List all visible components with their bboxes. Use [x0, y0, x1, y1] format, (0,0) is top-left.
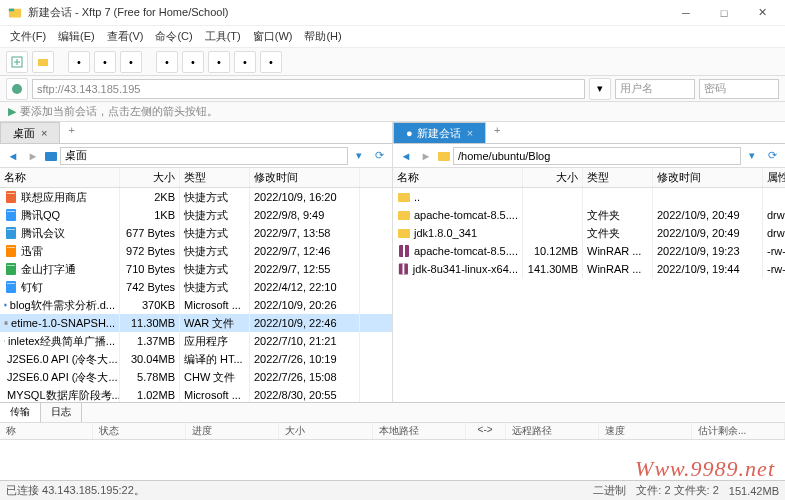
col-type[interactable]: 类型: [583, 168, 653, 187]
col-modified[interactable]: 修改时间: [653, 168, 763, 187]
refresh-icon[interactable]: ⟳: [370, 147, 388, 165]
th-local[interactable]: 本地路径: [373, 423, 466, 439]
toolbar-btn[interactable]: •: [234, 51, 256, 73]
file-type: WAR 文件: [180, 314, 250, 332]
close-icon[interactable]: ×: [467, 127, 473, 139]
file-row[interactable]: 钉钉742 Bytes快捷方式2022/4/12, 22:10: [0, 278, 392, 296]
file-row[interactable]: apache-tomcat-8.5....10.12MBWinRAR ...20…: [393, 242, 785, 260]
forward-icon[interactable]: ►: [24, 147, 42, 165]
dropdown-icon[interactable]: ▾: [589, 78, 611, 100]
col-type[interactable]: 类型: [180, 168, 250, 187]
statusbar: 已连接 43.143.185.195:22。 二进制 文件: 2 文件夹: 2 …: [0, 480, 785, 500]
toolbar-btn[interactable]: •: [260, 51, 282, 73]
file-row[interactable]: 联想应用商店2KB快捷方式2022/10/9, 16:20: [0, 188, 392, 206]
svg-rect-1: [9, 8, 14, 11]
file-modified: [653, 188, 763, 206]
dropdown-icon[interactable]: ▾: [350, 147, 368, 165]
password-input[interactable]: 密码: [699, 79, 779, 99]
toolbar-btn[interactable]: •: [208, 51, 230, 73]
tab-transfer[interactable]: 传输: [0, 403, 41, 422]
file-row[interactable]: 腾讯会议677 Bytes快捷方式2022/9/7, 13:58: [0, 224, 392, 242]
toolbar-btn[interactable]: •: [182, 51, 204, 73]
file-row[interactable]: J2SE6.0 API (冷冬大...5.78MBCHW 文件2022/7/26…: [0, 368, 392, 386]
close-icon[interactable]: ×: [41, 127, 47, 139]
menu-window[interactable]: 窗口(W): [249, 27, 297, 46]
col-size[interactable]: 大小: [120, 168, 180, 187]
file-name: apache-tomcat-8.5....: [414, 209, 518, 221]
svg-rect-41: [398, 229, 410, 238]
th-progress[interactable]: 进度: [186, 423, 279, 439]
dropdown-icon[interactable]: ▾: [743, 147, 761, 165]
toolbar-btn[interactable]: •: [156, 51, 178, 73]
menu-cmd[interactable]: 命令(C): [151, 27, 196, 46]
file-row[interactable]: jdk-8u341-linux-x64...141.30MBWinRAR ...…: [393, 260, 785, 278]
file-type: [583, 188, 653, 206]
forward-icon[interactable]: ►: [417, 147, 435, 165]
file-modified: 2022/9/8, 9:49: [250, 206, 360, 224]
file-modified: 2022/10/9, 19:44: [653, 260, 763, 278]
menu-view[interactable]: 查看(V): [103, 27, 148, 46]
refresh-icon[interactable]: ⟳: [763, 147, 781, 165]
th-eta[interactable]: 估计剩余...: [692, 423, 785, 439]
back-icon[interactable]: ◄: [4, 147, 22, 165]
open-button[interactable]: [32, 51, 54, 73]
file-row[interactable]: 金山打字通710 Bytes快捷方式2022/9/7, 12:55: [0, 260, 392, 278]
file-row[interactable]: 腾讯QQ1KB快捷方式2022/9/8, 9:49: [0, 206, 392, 224]
file-modified: 2022/10/9, 20:26: [250, 296, 360, 314]
protocol-icon[interactable]: [6, 78, 28, 100]
col-name[interactable]: 名称: [393, 168, 523, 187]
col-name[interactable]: 名称: [0, 168, 120, 187]
menu-help[interactable]: 帮助(H): [300, 27, 345, 46]
menu-file[interactable]: 文件(F): [6, 27, 50, 46]
file-row[interactable]: 迅雷972 Bytes快捷方式2022/9/7, 12:46: [0, 242, 392, 260]
new-session-button[interactable]: [6, 51, 28, 73]
file-row[interactable]: inletex经典简单广播...1.37MB应用程序2022/7/10, 21:…: [0, 332, 392, 350]
file-row[interactable]: J2SE6.0 API (冷冬大...30.04MB编译的 HT...2022/…: [0, 350, 392, 368]
col-attr[interactable]: 属性: [763, 168, 785, 187]
local-path[interactable]: 桌面: [60, 147, 348, 165]
file-row[interactable]: blog软件需求分析.d...370KBMicrosoft ...2022/10…: [0, 296, 392, 314]
file-type: 快捷方式: [180, 188, 250, 206]
th-size[interactable]: 大小: [279, 423, 372, 439]
toolbar-btn[interactable]: •: [120, 51, 142, 73]
window-title: 新建会话 - Xftp 7 (Free for Home/School): [28, 5, 671, 20]
th-name[interactable]: 称: [0, 423, 93, 439]
col-modified[interactable]: 修改时间: [250, 168, 360, 187]
file-type: 快捷方式: [180, 260, 250, 278]
menu-tool[interactable]: 工具(T): [201, 27, 245, 46]
minimize-button[interactable]: ─: [671, 3, 701, 23]
file-name: 钉钉: [21, 280, 43, 295]
back-icon[interactable]: ◄: [397, 147, 415, 165]
username-input[interactable]: 用户名: [615, 79, 695, 99]
remote-path[interactable]: /home/ubuntu/Blog: [453, 147, 741, 165]
address-input[interactable]: sftp://43.143.185.195: [32, 79, 585, 99]
file-row[interactable]: MYSQL数据库阶段考...1.02MBMicrosoft ...2022/8/…: [0, 386, 392, 402]
toolbar-btn[interactable]: •: [68, 51, 90, 73]
menu-edit[interactable]: 编辑(E): [54, 27, 99, 46]
file-row[interactable]: jdk1.8.0_341文件夹2022/10/9, 20:49drwx: [393, 224, 785, 242]
new-tab-button[interactable]: +: [62, 122, 80, 143]
new-tab-button[interactable]: +: [488, 122, 506, 143]
file-row[interactable]: etime-1.0-SNAPSH...11.30MBWAR 文件2022/10/…: [0, 314, 392, 332]
local-tab[interactable]: 桌面×: [0, 122, 60, 143]
menubar: 文件(F) 编辑(E) 查看(V) 命令(C) 工具(T) 窗口(W) 帮助(H…: [0, 26, 785, 48]
file-type: 快捷方式: [180, 278, 250, 296]
close-button[interactable]: ✕: [747, 3, 777, 23]
file-size: 5.78MB: [120, 368, 180, 386]
col-size[interactable]: 大小: [523, 168, 583, 187]
file-modified: 2022/10/9, 16:20: [250, 188, 360, 206]
th-speed[interactable]: 速度: [599, 423, 692, 439]
file-modified: 2022/7/10, 21:21: [250, 332, 360, 350]
remote-tab[interactable]: ●新建会话×: [393, 122, 486, 143]
th-arrow[interactable]: <->: [466, 423, 506, 439]
tab-log[interactable]: 日志: [41, 403, 82, 422]
file-row[interactable]: apache-tomcat-8.5....文件夹2022/10/9, 20:49…: [393, 206, 785, 224]
toolbar-btn[interactable]: •: [94, 51, 116, 73]
maximize-button[interactable]: □: [709, 3, 739, 23]
address-bar: sftp://43.143.185.195 ▾ 用户名 密码: [0, 76, 785, 102]
file-row[interactable]: ..: [393, 188, 785, 206]
bookmark-icon[interactable]: ▶: [8, 105, 16, 118]
th-remote[interactable]: 远程路径: [506, 423, 599, 439]
th-status[interactable]: 状态: [93, 423, 186, 439]
remote-tabs: ●新建会话× +: [393, 122, 785, 144]
